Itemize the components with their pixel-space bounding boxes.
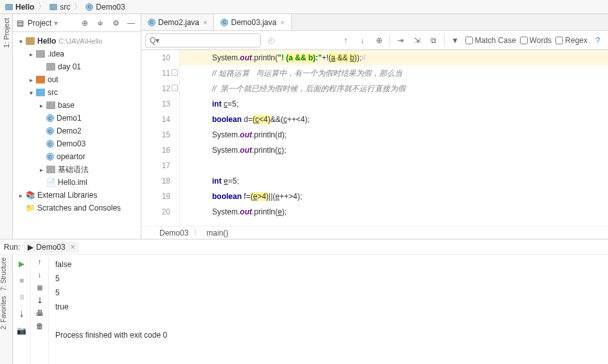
project-panel-title[interactable]: Project ▾ bbox=[28, 19, 75, 28]
folder-icon bbox=[36, 50, 45, 58]
tree-item[interactable]: Copeartor bbox=[13, 150, 141, 163]
dump-button[interactable]: 📷 bbox=[15, 324, 28, 337]
tree-item[interactable]: CDemo1 bbox=[13, 112, 141, 125]
next-match-button[interactable]: ↓ bbox=[356, 34, 369, 47]
tree-item[interactable]: day 01 bbox=[13, 60, 141, 73]
close-icon[interactable]: × bbox=[203, 19, 207, 26]
editor-tab[interactable]: CDemo03.java× bbox=[214, 14, 291, 30]
run-config-icon: ▶ bbox=[28, 243, 33, 252]
show-results-button[interactable]: ⇲ bbox=[411, 34, 424, 47]
select-opened-icon[interactable]: ⊕ bbox=[79, 17, 91, 29]
code-editor[interactable]: 1011-12-1314151617181920 System.out.prin… bbox=[141, 50, 608, 226]
tree-item[interactable]: ▾src bbox=[13, 86, 141, 99]
favorites-tool-button[interactable]: 2: Favorites bbox=[0, 293, 7, 332]
left-tool-rail: 1: Project bbox=[0, 14, 13, 239]
expand-icon[interactable]: ≑ bbox=[94, 17, 106, 29]
words-checkbox[interactable]: Words bbox=[520, 36, 551, 45]
structure-tool-button[interactable]: 7: Structure bbox=[0, 255, 7, 293]
find-bar: ◴ ↑ ↓ ⊕ ⇥ ⇲ ⧉ ▼ Match Case Words Regex ? bbox=[141, 31, 608, 50]
tree-item[interactable]: ▸基础语法 bbox=[13, 163, 141, 176]
scratch-icon: 📁 bbox=[26, 204, 35, 212]
breadcrumb-item[interactable]: CDemo03 bbox=[83, 3, 127, 12]
package-icon bbox=[46, 101, 55, 109]
exit-button[interactable]: ⭳ bbox=[15, 308, 28, 320]
source-folder-icon bbox=[36, 89, 45, 96]
file-icon: 📄 bbox=[46, 178, 55, 186]
stop-button[interactable]: ■ bbox=[15, 274, 28, 287]
print-button[interactable]: 🖶 bbox=[36, 309, 44, 318]
breadcrumb-bar: Hello 〉 src 〉 CDemo03 bbox=[0, 0, 608, 14]
code-body[interactable]: System.out.println("! (a && b):"+!(a && … bbox=[180, 50, 608, 226]
tree-item[interactable]: CDemo2 bbox=[13, 125, 141, 137]
crumb-class[interactable]: Demo03 bbox=[159, 229, 188, 238]
class-icon: C bbox=[46, 127, 54, 135]
editor-tab[interactable]: CDemo2.java× bbox=[141, 14, 214, 30]
tree-item[interactable]: ▸📚External Libraries bbox=[13, 189, 141, 202]
folder-icon bbox=[49, 4, 57, 10]
tree-item[interactable]: ▸base bbox=[13, 99, 141, 112]
help-icon[interactable]: ? bbox=[591, 34, 604, 47]
editor-tabs: CDemo2.java×CDemo03.java× bbox=[141, 14, 608, 31]
hide-icon[interactable]: — bbox=[125, 17, 137, 29]
up-trace-button[interactable]: ↑ bbox=[38, 257, 42, 266]
folder-icon bbox=[26, 37, 35, 45]
add-selection-button[interactable]: ⊕ bbox=[373, 34, 386, 47]
tree-item[interactable]: CDemo03 bbox=[13, 137, 141, 150]
class-icon: C bbox=[46, 140, 54, 148]
class-icon: C bbox=[46, 114, 54, 122]
open-in-find-button[interactable]: ⧉ bbox=[427, 34, 440, 47]
project-panel-header: ▤ Project ▾ ⊕ ≑ ⚙ — bbox=[13, 14, 141, 32]
class-icon: C bbox=[148, 19, 156, 26]
class-icon: C bbox=[85, 3, 93, 11]
select-all-button[interactable]: ⇥ bbox=[394, 34, 407, 47]
pause-button[interactable]: ⏸ bbox=[15, 291, 28, 304]
regex-checkbox[interactable]: Regex bbox=[555, 36, 587, 45]
editor-breadcrumb: Demo03 〉 main() bbox=[141, 226, 608, 239]
scroll-end-button[interactable]: ⤓ bbox=[37, 296, 43, 305]
console-output[interactable]: false55trueProcess finished with exit co… bbox=[49, 255, 608, 364]
folder-icon bbox=[36, 76, 45, 83]
down-trace-button[interactable]: ↓ bbox=[38, 270, 42, 279]
package-icon bbox=[46, 166, 55, 173]
library-icon: 📚 bbox=[26, 191, 35, 199]
project-tree[interactable]: ▾HelloC:\JAVA\Hello ▸.idea day 01 ▸out ▾… bbox=[13, 32, 141, 239]
run-panel: Run: ▶Demo03× 7: Structure 2: Favorites … bbox=[0, 239, 608, 364]
editor-area: CDemo2.java×CDemo03.java× ◴ ↑ ↓ ⊕ ⇥ ⇲ ⧉ … bbox=[141, 14, 608, 239]
left-rail-bottom: 7: Structure 2: Favorites bbox=[0, 255, 13, 364]
rerun-button[interactable]: ▶ bbox=[15, 257, 28, 270]
run-toolbar: ▶ ■ ⏸ ⭳ 📷 bbox=[13, 255, 31, 364]
tree-root[interactable]: ▾HelloC:\JAVA\Hello bbox=[13, 35, 141, 48]
tree-item[interactable]: 📄Hello.iml bbox=[13, 176, 141, 189]
clear-button[interactable]: 🗑 bbox=[36, 322, 44, 331]
breadcrumb-item[interactable]: Hello bbox=[3, 3, 37, 12]
tree-item[interactable]: ▸.idea bbox=[13, 48, 141, 60]
soft-wrap-button[interactable]: ≣ bbox=[37, 283, 43, 292]
chevron-right-icon: 〉 bbox=[38, 1, 46, 12]
match-case-checkbox[interactable]: Match Case bbox=[465, 36, 516, 45]
gutter[interactable]: 1011-12-1314151617181920 bbox=[141, 50, 180, 226]
run-tab[interactable]: ▶Demo03× bbox=[24, 241, 78, 253]
chevron-right-icon: 〉 bbox=[74, 1, 82, 12]
close-icon[interactable]: × bbox=[280, 19, 284, 26]
folder-icon bbox=[5, 4, 13, 10]
gear-icon[interactable]: ⚙ bbox=[110, 17, 121, 29]
search-input[interactable] bbox=[145, 33, 261, 48]
crumb-method[interactable]: main() bbox=[206, 229, 228, 238]
tree-item[interactable]: 📁Scratches and Consoles bbox=[13, 202, 141, 214]
run-header: Run: ▶Demo03× bbox=[0, 239, 608, 255]
project-panel: ▤ Project ▾ ⊕ ≑ ⚙ — ▾HelloC:\JAVA\Hello … bbox=[13, 14, 141, 239]
folder-icon bbox=[46, 63, 55, 71]
class-icon: C bbox=[46, 153, 54, 160]
tree-item[interactable]: ▸out bbox=[13, 73, 141, 86]
match-count: ◴ bbox=[265, 34, 278, 47]
filter-icon[interactable]: ▼ bbox=[449, 34, 461, 47]
project-tool-button[interactable]: 1: Project bbox=[3, 14, 10, 51]
project-view-icon: ▤ bbox=[17, 19, 24, 28]
run-toolbar-2: ↑ ↓ ≣ ⤓ 🖶 🗑 bbox=[31, 255, 49, 364]
prev-match-button[interactable]: ↑ bbox=[339, 34, 352, 47]
run-label: Run: bbox=[4, 243, 20, 252]
class-icon: C bbox=[220, 19, 228, 26]
breadcrumb-item[interactable]: src bbox=[47, 3, 73, 12]
